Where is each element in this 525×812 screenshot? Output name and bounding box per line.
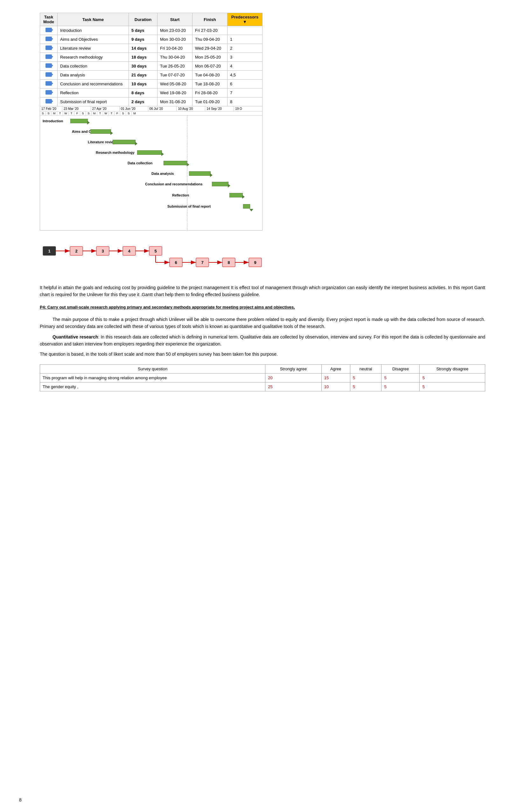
day-t3: T — [97, 112, 103, 115]
bar-row-dataana: Data analysis — [40, 170, 262, 179]
tl-date-1: 17 Feb '20 — [40, 106, 62, 111]
bar-arrow-research — [161, 152, 164, 156]
bar-arrow-aims — [110, 131, 113, 135]
day-t1: T — [57, 112, 63, 115]
bar-label-dataana: Data analysis — [151, 172, 174, 175]
cell-start: Mon 23-03-20 — [158, 26, 193, 35]
task-mode-icon — [45, 90, 52, 95]
gantt-row: Data collection30 daysTue 26-05-20Mon 06… — [40, 62, 262, 71]
cell-start: Fri 10-04-20 — [158, 44, 193, 53]
bar-label-research: Research methodology — [96, 150, 135, 155]
day-m2: M — [92, 112, 97, 115]
gantt-chart: 17 Feb '20 23 Mar '20 27 Apr '20 01 Jun … — [40, 106, 262, 231]
bar-row-datacol: Data collection — [40, 159, 262, 168]
survey-question-cell: This program will help in managing stron… — [40, 373, 265, 382]
day-t4: T — [109, 112, 115, 115]
para3: Quantitative research: In this research … — [40, 333, 485, 348]
day-s4: S — [86, 112, 92, 115]
day-s1: S — [40, 112, 46, 115]
network-svg: 1 2 3 4 5 6 — [40, 235, 294, 277]
svg-text:2: 2 — [75, 249, 77, 253]
bar-arrow-introduction — [87, 121, 90, 125]
cell-duration: 10 days — [129, 79, 158, 88]
cell-finish: Tue 18-08-20 — [193, 79, 227, 88]
day-w: W — [63, 112, 69, 115]
survey-agree: 15 — [321, 373, 350, 382]
cell-task_name: Introduction — [58, 26, 129, 35]
cell-predecessors — [227, 26, 262, 35]
bar-label-lit: Literature review — [88, 140, 116, 144]
day-m: M — [51, 112, 57, 115]
svg-text:9: 9 — [254, 260, 256, 265]
survey-disagree: 5 — [381, 382, 420, 391]
col-header-predecessors: Predecessors ▼ — [227, 13, 262, 26]
gantt-row: Research methodology18 daysThu 30-04-20M… — [40, 53, 262, 62]
cell-finish: Tue 01-09-20 — [193, 98, 227, 106]
survey-agree: 10 — [321, 382, 350, 391]
survey-col-header: Strongly agree — [265, 364, 322, 373]
task-mode-icon — [45, 63, 52, 68]
network-diagram: 1 2 3 4 5 6 — [40, 235, 485, 278]
cell-duration: 2 days — [129, 98, 158, 106]
tl-date-5: 06 Jul '20 — [148, 106, 177, 111]
cell-start: Tue 26-05-20 — [158, 62, 193, 71]
prose-section-1: It helpful in attain the goals and reduc… — [40, 284, 485, 299]
bar-arrow-conclusion — [228, 184, 230, 188]
cell-predecessors: 4,5 — [227, 71, 262, 79]
bar-reflection — [229, 193, 243, 198]
survey-col-header: Survey question — [40, 364, 265, 373]
cell-predecessors: 3 — [227, 53, 262, 62]
cell-task_name: Data analysis — [58, 71, 129, 79]
gantt-dashed-line — [187, 116, 188, 230]
bar-label-reflection: Reflection — [172, 193, 189, 197]
cell-start: Wed 19-08-20 — [158, 88, 193, 98]
page-number: 8 — [19, 797, 21, 802]
task-mode-cell — [40, 26, 58, 35]
col-header-task-name: Task Name — [58, 13, 129, 26]
col-header-duration: Duration — [129, 13, 158, 26]
cell-predecessors: 7 — [227, 88, 262, 98]
task-mode-cell — [40, 71, 58, 79]
survey-row: The gender equity ,2510555 — [40, 382, 485, 391]
cell-predecessors: 2 — [227, 44, 262, 53]
gantt-row: Literature review14 daysFri 10-04-20Wed … — [40, 44, 262, 53]
day-m3: M — [132, 112, 137, 115]
p4-label: P4: — [40, 305, 46, 309]
bar-research — [137, 150, 162, 155]
col-header-finish: Finish — [193, 13, 227, 26]
survey-col-header: Disagree — [381, 364, 420, 373]
para1: It helpful in attain the goals and reduc… — [40, 284, 485, 299]
cell-duration: 9 days — [129, 35, 158, 44]
task-mode-icon — [45, 81, 52, 86]
col-header-task-mode: Task Mode — [40, 13, 58, 26]
cell-predecessors: 8 — [227, 98, 262, 106]
bar-lit — [112, 140, 136, 144]
bar-label-conclusion: Conclusion and recommendations — [145, 182, 202, 186]
gantt-row: Aims and Objectives9 daysMon 30-03-20Thu… — [40, 35, 262, 44]
day-t2: T — [69, 112, 74, 115]
survey-strongly_agree: 25 — [265, 382, 322, 391]
p4-heading-wrapper: P4: Carry out small-scale research apply… — [40, 305, 485, 309]
cell-task_name: Literature review — [58, 44, 129, 53]
col-header-start: Start — [158, 13, 193, 26]
bar-datacol — [164, 161, 188, 165]
survey-neutral: 5 — [350, 382, 381, 391]
cell-duration: 14 days — [129, 44, 158, 53]
cell-finish: Tue 04-08-20 — [193, 71, 227, 79]
gantt-bars-area: Introduction Aims and Objectives Literat… — [40, 116, 262, 230]
tl-date-8: 19 O — [234, 106, 262, 111]
svg-text:3: 3 — [102, 249, 104, 253]
cell-task_name: Submission of final report — [58, 98, 129, 106]
task-mode-cell — [40, 98, 58, 106]
svg-text:8: 8 — [227, 260, 230, 265]
para3-rest: : In this research data are collected wh… — [40, 334, 485, 346]
bar-row-reflection: Reflection — [40, 191, 262, 200]
cell-predecessors: 1 — [227, 35, 262, 44]
cell-finish: Mon 06-07-20 — [193, 62, 227, 71]
task-mode-cell — [40, 79, 58, 88]
cell-duration: 30 days — [129, 62, 158, 71]
cell-duration: 5 days — [129, 26, 158, 35]
cell-duration: 8 days — [129, 88, 158, 98]
prose-section-2: The main purpose of this to make a proje… — [40, 316, 485, 358]
cell-task_name: Data collection — [58, 62, 129, 71]
